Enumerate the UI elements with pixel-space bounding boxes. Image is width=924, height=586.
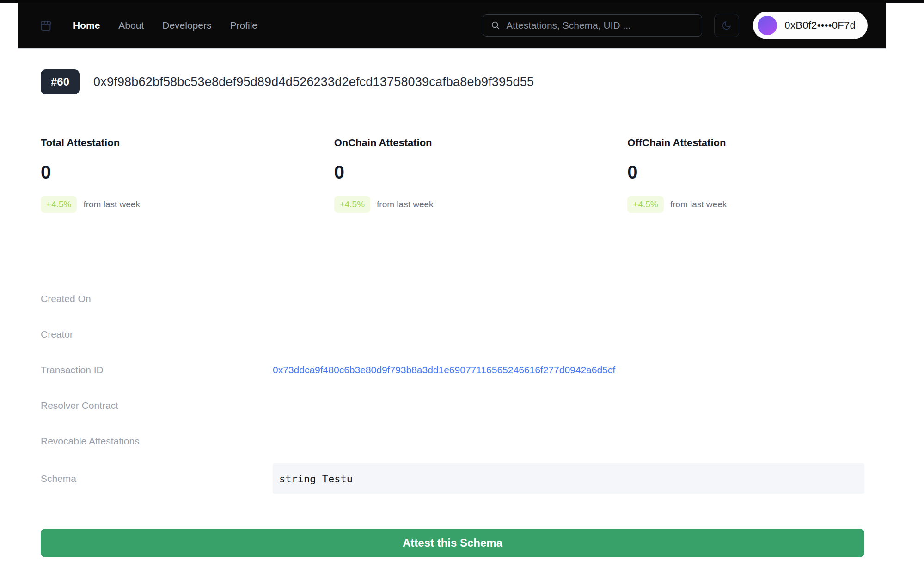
page: Home About Developers Profile 0x [0,0,924,586]
stat-delta-badge: +4.5% [41,196,77,213]
navbar: Home About Developers Profile 0x [18,3,886,48]
detail-row-resolver-contract: Resolver Contract [41,388,864,423]
detail-label: Transaction ID [41,364,273,376]
stat-delta-note: from last week [670,199,727,210]
nav-link-about[interactable]: About [118,20,144,31]
schema-number-badge: #60 [41,69,80,94]
stat-card-total: Total Attestation 0 +4.5% from last week [41,137,334,213]
package-icon [39,18,53,33]
nav-link-profile[interactable]: Profile [230,20,257,31]
attest-schema-button[interactable]: Attest this Schema [41,529,864,557]
stat-footer: +4.5% from last week [41,196,334,213]
detail-row-revocable-attestations: Revocable Attestations [41,423,864,459]
details-list: Created On Creator Transaction ID 0x73dd… [41,281,864,499]
schema-uid: 0x9f98b62bf58bc53e8def95d89d4d526233d2ef… [93,75,534,89]
stat-delta-note: from last week [377,199,433,210]
stat-delta-badge: +4.5% [627,196,663,213]
stat-card-onchain: OnChain Attestation 0 +4.5% from last we… [334,137,628,213]
transaction-link[interactable]: 0x73ddca9f480c6b3e80d9f793b8a3dd1e690771… [273,364,864,376]
nav-link-home[interactable]: Home [73,20,100,31]
detail-row-created-on: Created On [41,281,864,316]
stat-title: OnChain Attestation [334,137,628,149]
wallet-avatar [758,16,777,35]
stat-footer: +4.5% from last week [334,196,628,213]
nav-links: Home About Developers Profile [73,20,257,31]
detail-label: Schema [41,473,273,484]
stats-grid: Total Attestation 0 +4.5% from last week… [41,137,921,213]
search-input[interactable] [506,20,694,31]
schema-code-block: string Testu [273,463,864,494]
stat-title: OffChain Attestation [627,137,921,149]
schema-header: #60 0x9f98b62bf58bc53e8def95d89d4d526233… [41,69,534,94]
stat-footer: +4.5% from last week [627,196,921,213]
search-icon [490,20,501,31]
app-logo[interactable] [38,18,54,33]
stat-title: Total Attestation [41,137,334,149]
stat-value: 0 [41,161,334,183]
detail-row-transaction-id: Transaction ID 0x73ddca9f480c6b3e80d9f79… [41,352,864,388]
detail-label: Revocable Attestations [41,436,273,447]
search-box[interactable] [483,14,702,37]
detail-row-creator: Creator [41,316,864,352]
detail-label: Resolver Contract [41,400,273,411]
wallet-address: 0xB0f2••••0F7d [784,19,856,31]
moon-icon [721,20,732,31]
theme-toggle-button[interactable] [714,14,739,37]
stat-value: 0 [627,161,921,183]
stat-card-offchain: OffChain Attestation 0 +4.5% from last w… [627,137,921,213]
detail-row-schema: Schema string Testu [41,459,864,499]
detail-label: Created On [41,293,273,304]
detail-label: Creator [41,329,273,340]
stat-delta-note: from last week [83,199,140,210]
nav-link-developers[interactable]: Developers [162,20,211,31]
stat-delta-badge: +4.5% [334,196,370,213]
stat-value: 0 [334,161,628,183]
wallet-button[interactable]: 0xB0f2••••0F7d [753,12,868,39]
